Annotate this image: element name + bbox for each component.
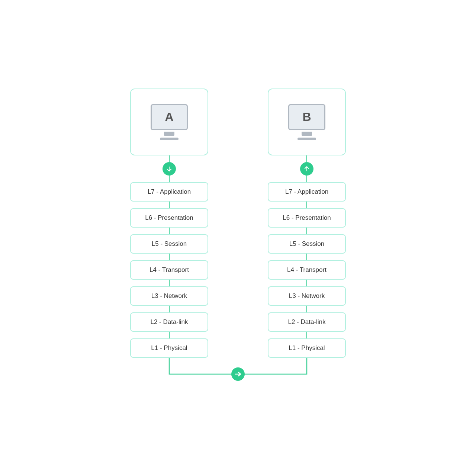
arrow-up-b — [300, 162, 313, 176]
computer-label-a: A — [165, 110, 173, 124]
layer-label-a-1: L1 - Physical — [151, 344, 187, 352]
arrow-down-icon-a — [166, 165, 173, 172]
layer-label-a-5: L5 - Session — [152, 240, 187, 248]
layer-box-a-6: L6 - Presentation — [130, 208, 208, 228]
layer-box-a-4: L4 - Transport — [130, 260, 208, 280]
layer-box-a-2: L2 - Data-link — [130, 312, 208, 332]
column-a: A L7 - Application L6 - Presentation L5 … — [130, 89, 208, 358]
computer-box-a: A — [130, 89, 208, 155]
main-diagram: A L7 - Application L6 - Presentation L5 … — [130, 89, 346, 387]
v-line-top-a — [169, 155, 170, 162]
layer-box-b-2: L2 - Data-link — [268, 312, 346, 332]
layer-label-a-2: L2 - Data-link — [150, 318, 188, 326]
layer-label-a-6: L6 - Presentation — [145, 214, 193, 222]
v-line-b-76 — [306, 202, 307, 208]
computer-box-b: B — [268, 89, 346, 155]
layer-label-b-4: L4 - Transport — [287, 266, 327, 274]
v-line-b-65 — [306, 228, 307, 234]
monitor-b: B — [288, 104, 325, 130]
layer-box-b-1: L1 - Physical — [268, 338, 346, 358]
layer-box-a-3: L3 - Network — [130, 286, 208, 306]
layer-label-b-5: L5 - Session — [289, 240, 325, 248]
layer-label-a-4: L4 - Transport — [149, 266, 189, 274]
column-b: B L7 - Application L6 - Presentation L5 … — [268, 89, 346, 358]
v-line-a-76 — [169, 202, 170, 208]
v-line-b-32 — [306, 306, 307, 312]
v-line-b-21 — [306, 332, 307, 338]
layer-box-b-7: L7 - Application — [268, 182, 346, 202]
layer-box-a-7: L7 - Application — [130, 182, 208, 202]
arrow-down-a — [163, 162, 176, 176]
computer-icon-b: B — [288, 104, 325, 140]
computer-icon-a: A — [151, 104, 188, 140]
layer-box-b-5: L5 - Session — [268, 234, 346, 254]
layer-label-a-7: L7 - Application — [148, 188, 191, 196]
layer-label-a-3: L3 - Network — [151, 292, 187, 300]
layer-label-b-3: L3 - Network — [289, 292, 325, 300]
layer-box-a-1: L1 - Physical — [130, 338, 208, 358]
monitor-base-b — [298, 138, 316, 140]
layer-box-b-3: L3 - Network — [268, 286, 346, 306]
layer-box-b-6: L6 - Presentation — [268, 208, 346, 228]
v-line-a-43 — [169, 280, 170, 286]
computer-label-b: B — [302, 110, 311, 124]
v-line-a-65 — [169, 228, 170, 234]
v-line-a-21 — [169, 332, 170, 338]
layer-label-b-7: L7 - Application — [285, 188, 328, 196]
v-line-b-54 — [306, 254, 307, 260]
monitor-a: A — [151, 104, 188, 130]
v-line-a-32 — [169, 306, 170, 312]
layer-box-a-5: L5 - Session — [130, 234, 208, 254]
monitor-stand-a — [164, 132, 174, 136]
v-line-a-54 — [169, 254, 170, 260]
layer-label-b-1: L1 - Physical — [289, 344, 325, 352]
layer-label-b-6: L6 - Presentation — [283, 214, 331, 222]
monitor-base-a — [160, 138, 178, 140]
v-line-top-b — [306, 155, 307, 162]
layer-box-b-4: L4 - Transport — [268, 260, 346, 280]
v-line-after-arrow-a — [169, 176, 170, 182]
monitor-stand-b — [302, 132, 312, 136]
layer-label-b-2: L2 - Data-link — [288, 318, 325, 326]
arrow-up-icon-b — [303, 165, 310, 172]
v-line-after-arrow-b — [306, 176, 307, 182]
v-line-b-43 — [306, 280, 307, 286]
